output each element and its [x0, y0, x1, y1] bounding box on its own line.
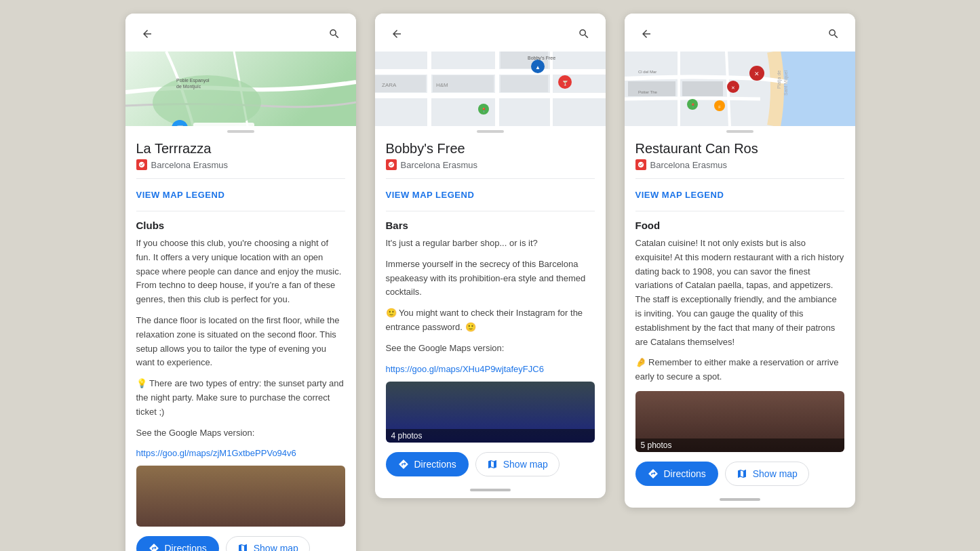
svg-point-0	[153, 75, 261, 126]
card-body-2: Bobby's Free Barcelona Erasmus VIEW MAP …	[375, 134, 606, 443]
svg-rect-12	[501, 75, 548, 92]
bottom-bar-2	[375, 483, 606, 498]
photo-thumb-2[interactable]: 4 photos	[386, 382, 595, 443]
desc1-3: Catalan cuisine! It not only exists but …	[635, 237, 844, 349]
desc3-2: 🙂 You might want to check their Instagra…	[386, 306, 595, 335]
card-footer-3: Directions Show map	[625, 452, 855, 493]
subtitle-icon-1	[136, 159, 147, 170]
map-area-2[interactable]: ZARA H&M ▲ 🍸 Bobby's Free 📍	[375, 52, 606, 126]
maps-label-2: See the Google Maps version:	[386, 342, 595, 356]
svg-text:📍: 📍	[480, 107, 486, 113]
showmap-button-1[interactable]: Show map	[226, 536, 310, 551]
card-restaurant-can-ros: Platja de Sant Miquel ✕ ✕ 📍 F Cl del Mar…	[625, 14, 855, 508]
subtitle-text-2: Barcelona Erasmus	[401, 160, 477, 170]
view-legend-2[interactable]: VIEW MAP LEGEND	[386, 187, 595, 203]
photo-thumb-3[interactable]: 5 photos	[635, 391, 844, 452]
cards-container: 🍸 La Terrrazza Poble Espanyol de Montjuï…	[125, 14, 855, 551]
svg-rect-25	[682, 81, 723, 96]
card-header-2	[375, 14, 606, 52]
place-title-2: Bobby's Free	[386, 141, 595, 157]
card-header-3	[625, 14, 855, 52]
showmap-label-2: Show map	[503, 459, 548, 470]
directions-label-2: Directions	[414, 459, 456, 470]
svg-text:F: F	[718, 105, 721, 109]
subtitle-text-1: Barcelona Erasmus	[151, 160, 228, 170]
bottom-bar-3	[625, 493, 855, 508]
map-area-1[interactable]: 🍸 La Terrrazza Poble Espanyol de Montjuï…	[125, 52, 356, 126]
svg-text:Sant Miquel: Sant Miquel	[783, 70, 789, 96]
svg-text:ZARA: ZARA	[382, 82, 397, 88]
map-drag-3	[625, 126, 855, 134]
svg-text:Platja de: Platja de	[777, 70, 782, 89]
place-title-1: La Terrrazza	[136, 141, 345, 157]
map-drag-2	[375, 126, 606, 134]
subtitle-icon-3	[635, 159, 646, 170]
svg-text:Poble Espanyol: Poble Espanyol	[176, 78, 210, 83]
directions-label-1: Directions	[165, 543, 207, 551]
svg-text:▲: ▲	[535, 64, 541, 70]
svg-text:✕: ✕	[754, 70, 760, 77]
back-button-1[interactable]	[136, 23, 158, 45]
card-la-terrrazza: 🍸 La Terrrazza Poble Espanyol de Montjuï…	[125, 14, 356, 551]
svg-text:Bobby's Free: Bobby's Free	[528, 56, 555, 61]
desc2-1: The dance floor is located on the first …	[136, 314, 345, 370]
photo-label-3: 5 photos	[635, 438, 844, 452]
maps-link-1[interactable]: https://goo.gl/maps/zjM1GxtbePPVo94v6	[136, 448, 296, 458]
svg-rect-3	[193, 123, 254, 126]
place-subtitle-2: Barcelona Erasmus	[386, 159, 595, 170]
search-button-3[interactable]	[823, 23, 844, 45]
card-footer-1: Directions Show map	[125, 527, 356, 551]
maps-link-2[interactable]: https://goo.gl/maps/XHu4P9wjtafeyFJC6	[386, 364, 544, 374]
showmap-label-1: Show map	[254, 543, 298, 551]
place-title-3: Restaurant Can Ros	[635, 141, 844, 157]
view-legend-3[interactable]: VIEW MAP LEGEND	[635, 187, 844, 203]
directions-label-3: Directions	[664, 468, 706, 479]
svg-text:H&M: H&M	[436, 82, 448, 88]
svg-text:✕: ✕	[731, 85, 735, 90]
desc1-1: If you choose this club, you're choosing…	[136, 237, 345, 307]
map-area-3[interactable]: Platja de Sant Miquel ✕ ✕ 📍 F Cl del Mar…	[625, 52, 855, 126]
photo-label-2: 4 photos	[386, 429, 595, 443]
showmap-button-3[interactable]: Show map	[725, 462, 809, 486]
place-subtitle-3: Barcelona Erasmus	[635, 159, 844, 170]
subtitle-icon-2	[386, 159, 397, 170]
card-body-1: La Terrrazza Barcelona Erasmus VIEW MAP …	[125, 134, 356, 527]
place-subtitle-1: Barcelona Erasmus	[136, 159, 345, 170]
category-1: Clubs	[136, 220, 345, 231]
svg-text:🍸: 🍸	[176, 125, 184, 126]
svg-text:📍: 📍	[690, 103, 695, 108]
card-body-3: Restaurant Can Ros Barcelona Erasmus VIE…	[625, 134, 855, 452]
map-drag-1	[125, 126, 356, 134]
card-footer-2: Directions Show map	[375, 443, 606, 483]
desc3-1: 💡 There are two types of entry: the suns…	[136, 377, 345, 419]
card-bobbys-free: ZARA H&M ▲ 🍸 Bobby's Free 📍 Bobby's Free	[375, 14, 606, 498]
card-header-1	[125, 14, 356, 52]
showmap-label-3: Show map	[753, 468, 798, 479]
svg-text:🍸: 🍸	[562, 80, 568, 86]
maps-label-1: See the Google Maps version:	[136, 426, 345, 441]
svg-text:Potter The: Potter The	[638, 90, 658, 94]
subtitle-text-3: Barcelona Erasmus	[650, 160, 727, 170]
category-2: Bars	[386, 220, 595, 231]
desc2-3: 🤌 Remember to either make a reservation …	[635, 356, 844, 384]
desc2-2: Immerse yourself in the secrecy of this …	[386, 258, 595, 300]
directions-button-2[interactable]: Directions	[386, 452, 469, 476]
desc1-2: It's just a regular barber shop... or is…	[386, 237, 595, 251]
search-button-1[interactable]	[324, 23, 345, 45]
category-3: Food	[635, 220, 844, 231]
search-button-2[interactable]	[573, 23, 595, 45]
directions-button-3[interactable]: Directions	[635, 462, 718, 486]
back-button-2[interactable]	[386, 23, 408, 45]
svg-text:Cl del Mar: Cl del Mar	[638, 70, 656, 74]
back-button-3[interactable]	[635, 23, 657, 45]
photo-thumb-1[interactable]	[136, 466, 345, 527]
directions-button-1[interactable]: Directions	[136, 536, 219, 551]
view-legend-1[interactable]: VIEW MAP LEGEND	[136, 187, 345, 203]
showmap-button-2[interactable]: Show map	[475, 452, 560, 476]
svg-text:de Montjuïc: de Montjuïc	[176, 84, 201, 89]
